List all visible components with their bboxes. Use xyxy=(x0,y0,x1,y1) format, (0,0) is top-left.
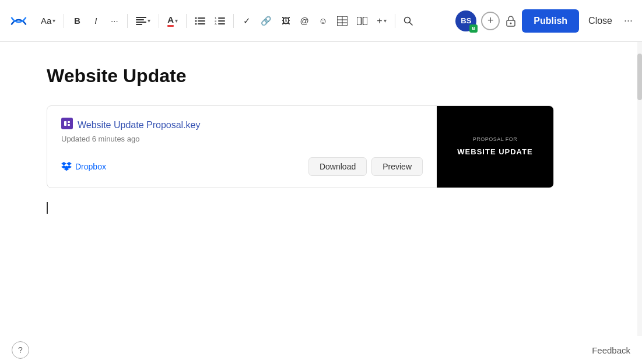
more-text-label: ··· xyxy=(111,16,118,26)
align-button[interactable]: ▾ xyxy=(132,12,154,30)
svg-point-6 xyxy=(195,20,197,22)
divider-5 xyxy=(233,14,234,28)
svg-rect-26 xyxy=(61,118,73,129)
file-card-bottom: Dropbox Download Preview xyxy=(61,157,423,176)
help-button[interactable]: ? xyxy=(12,341,29,359)
numbered-list-button[interactable]: 1. 2. 3. xyxy=(211,12,229,30)
divider-2 xyxy=(127,14,128,28)
bold-label: B xyxy=(74,16,80,26)
divider-3 xyxy=(159,14,159,28)
image-icon: 🖼 xyxy=(282,16,290,26)
file-card-info: Website Update Proposal.key Updated 6 mi… xyxy=(47,106,437,188)
svg-rect-15 xyxy=(218,23,225,24)
table-button[interactable] xyxy=(334,12,351,30)
scrollbar-thumb[interactable] xyxy=(637,54,642,100)
link-icon: 🔗 xyxy=(261,16,272,26)
bullet-list-icon xyxy=(195,17,205,25)
user-avatar-button[interactable]: BS B xyxy=(455,10,476,31)
svg-rect-0 xyxy=(136,17,146,18)
download-button[interactable]: Download xyxy=(308,157,367,176)
insert-arrow: ▾ xyxy=(384,17,387,24)
italic-button[interactable]: I xyxy=(87,12,104,30)
svg-rect-5 xyxy=(198,17,205,19)
card-actions: Download Preview xyxy=(308,157,423,176)
file-type-icon xyxy=(61,118,73,132)
font-size-arrow: ▾ xyxy=(52,17,55,24)
svg-rect-28 xyxy=(68,121,70,123)
publish-button[interactable]: Publish xyxy=(522,9,579,33)
dropbox-link[interactable]: Dropbox xyxy=(61,162,106,171)
more-options-button[interactable]: ··· xyxy=(622,12,635,29)
dropbox-icon xyxy=(61,162,72,171)
close-button[interactable]: Close xyxy=(584,13,617,29)
divider-1 xyxy=(64,14,64,28)
divider-6 xyxy=(395,14,395,28)
lock-button[interactable] xyxy=(504,15,517,27)
svg-rect-9 xyxy=(198,23,205,24)
page-title: Website Update xyxy=(47,65,595,87)
svg-rect-3 xyxy=(136,24,142,25)
scrollbar-track[interactable] xyxy=(637,42,642,364)
avatar-badge: B xyxy=(469,24,478,33)
svg-rect-2 xyxy=(136,22,146,23)
search-icon xyxy=(404,16,413,26)
main-content: Website Update Website Upd xyxy=(0,42,642,364)
insert-button[interactable]: + ▾ xyxy=(373,12,390,30)
svg-marker-31 xyxy=(66,162,72,165)
file-name-link[interactable]: Website Update Proposal.key xyxy=(61,118,423,132)
image-button[interactable]: 🖼 xyxy=(278,12,294,30)
font-size-button[interactable]: Aa ▾ xyxy=(37,12,59,30)
svg-point-25 xyxy=(510,22,512,24)
mention-button[interactable]: @ xyxy=(296,12,313,30)
more-options-icon: ··· xyxy=(624,15,633,26)
file-thumbnail: PROPOSAL FOR WEBSITE UPDATE xyxy=(437,106,553,188)
toolbar-right: BS B + Publish Close ··· xyxy=(455,9,635,33)
more-text-button[interactable]: ··· xyxy=(106,12,122,30)
toolbar: Aa ▾ B I ··· ▾ A ▾ xyxy=(0,0,642,42)
svg-rect-29 xyxy=(68,124,70,126)
lock-icon xyxy=(504,15,517,27)
bold-button[interactable]: B xyxy=(69,12,85,30)
emoji-icon: ☺ xyxy=(319,16,328,26)
feedback-button[interactable]: Feedback xyxy=(592,345,630,355)
italic-label: I xyxy=(94,16,97,26)
confluence-logo-icon xyxy=(10,13,27,29)
preview-button[interactable]: Preview xyxy=(371,157,423,176)
editor-cursor xyxy=(47,202,595,216)
table-icon xyxy=(337,16,348,26)
editor-area[interactable]: Website Update Website Upd xyxy=(0,42,642,364)
svg-rect-1 xyxy=(136,19,144,20)
thumb-label-big: WEBSITE UPDATE xyxy=(457,147,532,157)
svg-rect-20 xyxy=(357,17,362,25)
check-button[interactable]: ✓ xyxy=(238,12,255,30)
add-collaborator-button[interactable]: + xyxy=(481,12,500,30)
svg-point-4 xyxy=(195,17,197,19)
keynote-icon xyxy=(61,118,73,129)
svg-point-8 xyxy=(195,23,197,24)
file-updated-text: Updated 6 minutes ago xyxy=(61,135,423,143)
color-underline xyxy=(167,25,174,27)
font-size-label: Aa xyxy=(41,16,51,26)
logo-button[interactable] xyxy=(7,12,30,30)
align-arrow: ▾ xyxy=(148,17,150,24)
avatar-initials: BS xyxy=(461,16,471,25)
layout-button[interactable] xyxy=(353,12,371,30)
font-color-icon: A xyxy=(167,15,174,27)
help-icon: ? xyxy=(18,345,23,355)
file-card: Website Update Proposal.key Updated 6 mi… xyxy=(47,105,554,188)
layout-icon xyxy=(357,17,367,25)
bullet-list-button[interactable] xyxy=(191,12,209,30)
link-button[interactable]: 🔗 xyxy=(257,12,275,30)
mention-icon: @ xyxy=(300,16,309,26)
font-color-arrow: ▾ xyxy=(175,17,178,24)
font-color-label: A xyxy=(167,15,174,24)
emoji-button[interactable]: ☺ xyxy=(315,12,331,30)
divider-4 xyxy=(186,14,187,28)
insert-icon: + xyxy=(377,16,382,26)
numbered-list-icon: 1. 2. 3. xyxy=(215,17,225,25)
cursor-blink xyxy=(47,202,48,214)
svg-marker-30 xyxy=(61,162,66,165)
search-button[interactable] xyxy=(400,12,416,30)
svg-line-23 xyxy=(409,22,412,25)
font-color-button[interactable]: A ▾ xyxy=(164,12,181,30)
